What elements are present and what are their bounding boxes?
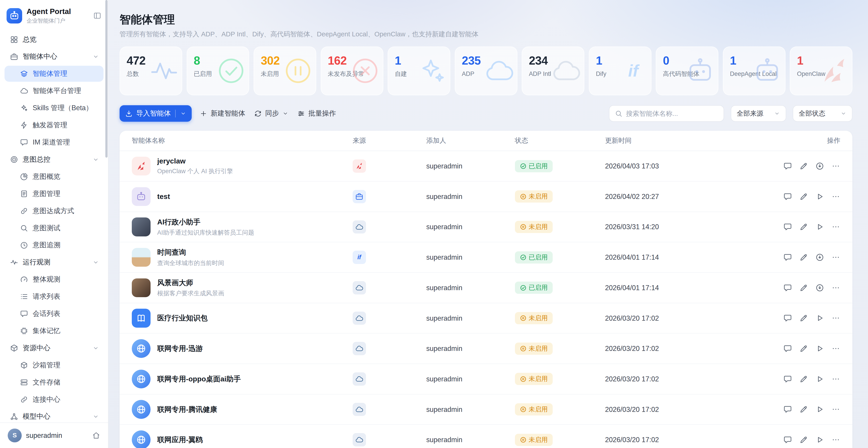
cloud-source-icon (352, 281, 366, 295)
source-cell (352, 220, 426, 234)
sidebar-item-label: 资源中心 (23, 343, 50, 353)
toolbar: 导入智能体 新建智能体 同步 批量操作 (120, 105, 852, 122)
sidebar-item[interactable]: 沙箱管理 (4, 357, 104, 373)
stat-card[interactable]: 235 ADP (455, 46, 518, 95)
chat-action-icon[interactable] (783, 283, 792, 292)
sidebar-item[interactable]: 连接中心 (4, 391, 104, 408)
chat-action-icon[interactable] (783, 253, 792, 262)
disable-action-icon[interactable] (815, 283, 824, 292)
table-header: 智能体名称来源添加人状态更新时间操作 (120, 131, 852, 151)
sidebar-item[interactable]: 智能体平台管理 (4, 83, 104, 99)
more-action-icon[interactable] (831, 192, 840, 201)
stat-card[interactable]: 302 未启用 (254, 46, 316, 95)
sidebar-scrollbar[interactable] (105, 0, 107, 158)
edit-action-icon[interactable] (799, 283, 808, 292)
edit-action-icon[interactable] (799, 314, 808, 322)
stat-card[interactable]: 1 Difyif (589, 46, 651, 95)
edit-action-icon[interactable] (799, 222, 808, 231)
more-action-icon[interactable] (831, 344, 840, 353)
batch-actions-button[interactable]: 批量操作 (296, 105, 337, 122)
stat-card[interactable]: 1 OpenClaw (790, 46, 852, 95)
edit-action-icon[interactable] (799, 253, 808, 262)
sidebar-item-label: 总览 (23, 35, 36, 44)
sync-button[interactable]: 同步 (253, 105, 289, 122)
sidebar-item[interactable]: 触发器管理 (4, 117, 104, 133)
stat-card[interactable]: 1 DeepAgent Local (723, 46, 785, 95)
stat-card[interactable]: 0 高代码智能体 (656, 46, 718, 95)
new-agent-button[interactable]: 新建智能体 (198, 105, 246, 122)
more-action-icon[interactable] (831, 375, 840, 383)
sidebar-item-label: 意图追溯 (33, 240, 60, 250)
sidebar-item[interactable]: 文件存储 (4, 374, 104, 390)
chat-action-icon[interactable] (783, 344, 792, 353)
enable-action-icon[interactable] (815, 192, 824, 201)
more-action-icon[interactable] (831, 405, 840, 414)
status-filter-select[interactable]: 全部状态 (793, 105, 852, 122)
zap-icon (20, 121, 28, 129)
sidebar-item[interactable]: 意图概览 (4, 169, 104, 185)
enable-action-icon[interactable] (815, 375, 824, 383)
row-actions (767, 283, 840, 292)
stat-card[interactable]: 1 自建 (388, 46, 450, 95)
table-row: 医疗行业知识包 superadmin 未启用 2026/03/20 17:02 (120, 303, 852, 334)
home-icon[interactable] (92, 431, 100, 440)
chevron-down-icon[interactable] (282, 110, 288, 116)
stat-card[interactable]: 472 总数 (120, 46, 182, 95)
sidebar-item[interactable]: 智能体中心 (4, 48, 104, 65)
chat-action-icon[interactable] (783, 192, 792, 201)
sidebar-item[interactable]: 总览 (4, 32, 104, 48)
chevron-down-icon (774, 110, 780, 116)
chat-action-icon[interactable] (783, 222, 792, 231)
more-action-icon[interactable] (831, 253, 840, 262)
sidebar-item[interactable]: 整体观测 (4, 271, 104, 287)
sidebar-item[interactable]: 智能体管理 (4, 66, 104, 82)
disable-action-icon[interactable] (815, 162, 824, 171)
disable-action-icon[interactable] (815, 253, 824, 262)
sidebar-item[interactable]: 模型中心 (4, 409, 104, 422)
sidebar-item[interactable]: 意图追溯 (4, 237, 104, 253)
sidebar-item[interactable]: Skills 管理（Beta） (4, 100, 104, 116)
sidebar-collapse-icon[interactable] (93, 11, 101, 20)
enable-action-icon[interactable] (815, 405, 824, 414)
sidebar-item[interactable]: 资源中心 (4, 340, 104, 356)
chat-action-icon[interactable] (783, 162, 792, 171)
stat-card[interactable]: 162 未发布及异常 (321, 46, 383, 95)
sidebar-item[interactable]: 运行观测 (4, 254, 104, 270)
stat-card[interactable]: 234 ADP Intl (522, 46, 584, 95)
import-agent-button[interactable]: 导入智能体 (120, 105, 192, 122)
chat-action-icon[interactable] (783, 435, 792, 444)
edit-action-icon[interactable] (799, 344, 808, 353)
more-action-icon[interactable] (831, 162, 840, 171)
chat-action-icon[interactable] (783, 314, 792, 322)
search-input[interactable] (626, 110, 718, 117)
edit-action-icon[interactable] (799, 162, 808, 171)
enable-action-icon[interactable] (815, 435, 824, 444)
more-action-icon[interactable] (831, 283, 840, 292)
source-filter-select[interactable]: 全部来源 (731, 105, 786, 122)
chat-action-icon[interactable] (783, 375, 792, 383)
table-row: 联网专用-迅游 superadmin 未启用 2026/03/20 17:02 (120, 334, 852, 364)
stat-card[interactable]: 8 已启用 (187, 46, 249, 95)
sidebar-item[interactable]: 意图测试 (4, 220, 104, 236)
sidebar-item[interactable]: 集体记忆 (4, 323, 104, 339)
chat-action-icon[interactable] (783, 405, 792, 414)
sidebar-item[interactable]: 会话列表 (4, 306, 104, 322)
sidebar-item[interactable]: 意图总控 (4, 151, 104, 168)
more-action-icon[interactable] (831, 314, 840, 322)
sidebar-item[interactable]: 意图管理 (4, 186, 104, 202)
sidebar-item[interactable]: 请求列表 (4, 288, 104, 305)
chevron-down-icon[interactable] (180, 110, 186, 116)
edit-action-icon[interactable] (799, 192, 808, 201)
more-action-icon[interactable] (831, 435, 840, 444)
source-cell (352, 342, 426, 355)
sidebar-item[interactable]: 意图达成方式 (4, 203, 104, 219)
edit-action-icon[interactable] (799, 375, 808, 383)
sidebar-item[interactable]: IM 渠道管理 (4, 134, 104, 150)
enable-action-icon[interactable] (815, 314, 824, 322)
more-action-icon[interactable] (831, 222, 840, 231)
edit-action-icon[interactable] (799, 435, 808, 444)
edit-action-icon[interactable] (799, 405, 808, 414)
enable-action-icon[interactable] (815, 344, 824, 353)
sidebar-user-row[interactable]: S superadmin (0, 422, 108, 448)
enable-action-icon[interactable] (815, 222, 824, 231)
